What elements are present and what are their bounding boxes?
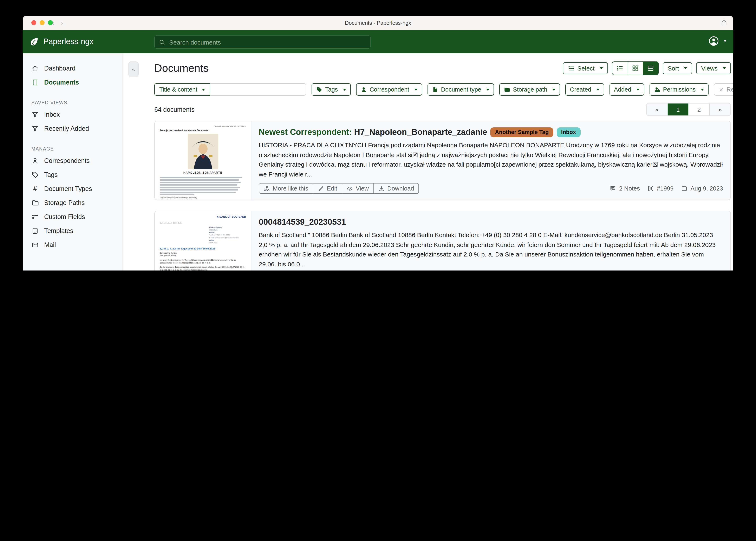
tag-filled-icon (316, 86, 322, 93)
sidebar-item-templates[interactable]: Templates (23, 224, 123, 238)
list-view-button[interactable] (612, 62, 627, 75)
sidebar-item-recently-added[interactable]: Recently Added (23, 122, 123, 136)
select-button[interactable]: Select (563, 62, 608, 74)
views-button[interactable]: Views (696, 62, 731, 74)
share-icon[interactable] (721, 19, 728, 26)
thumbnail-area: ✳ BANK OF SCOTLAND Bank of Scotland · 10… (155, 211, 251, 271)
main-content: « Documents SelectSortViews Title & cont… (123, 53, 733, 270)
chevron-down-icon (599, 67, 603, 69)
calendar-icon (681, 185, 688, 192)
custom-fields-icon (31, 213, 39, 221)
view-button[interactable]: View (342, 183, 374, 194)
hash-icon: # (31, 185, 39, 193)
sidebar-collapse-button[interactable]: « (128, 61, 139, 77)
sidebar-item-inbox[interactable]: Inbox (23, 108, 123, 122)
funnel-icon (31, 125, 39, 132)
x-icon (718, 87, 724, 92)
traffic-lights (31, 16, 53, 30)
sidebar-item-document-types[interactable]: #Document Types (23, 182, 123, 196)
sidebar-item-label: Correspondents (44, 157, 90, 165)
sidebar-item-label: Recently Added (44, 125, 89, 132)
screen: ‹ › Documents - Paperless-ngx (0, 0, 756, 270)
filter-text-input[interactable] (210, 83, 306, 96)
tag-icon (31, 171, 39, 179)
card-title-text[interactable]: H7_Napoleon_Bonaparte_zadanie (354, 127, 487, 137)
filter-correspondent-button[interactable]: Correspondent (356, 83, 422, 96)
pagination-page-2[interactable]: 2 (688, 104, 709, 116)
document-thumbnail[interactable]: HISTORIA - PRACA DLA CHĘTNYCHFrancja pod… (155, 121, 251, 200)
reset-filters-label: Reset filters (726, 86, 733, 93)
mail-icon (31, 241, 39, 249)
filter-label: Document type (441, 86, 481, 93)
back-icon[interactable]: ‹ (52, 19, 54, 26)
minimize-window-button[interactable] (40, 20, 45, 25)
filter-mode-dropdown[interactable]: Title & content (154, 83, 210, 96)
template-icon (31, 227, 39, 235)
napoleon-portrait (188, 134, 218, 169)
edit-button[interactable]: Edit (313, 183, 342, 194)
sidebar-item-mail[interactable]: Mail (23, 238, 123, 252)
edit-icon (318, 186, 324, 192)
filter-tags-button[interactable]: Tags (312, 83, 351, 96)
document-thumbnail[interactable]: ✳ BANK OF SCOTLAND Bank of Scotland · 10… (155, 211, 251, 271)
chevron-down-icon (723, 67, 726, 69)
notes-icon (610, 185, 616, 192)
more-like-this-button[interactable]: More like this (259, 183, 313, 194)
action-label: Edit (327, 185, 337, 192)
sidebar-item-dashboard[interactable]: Dashboard (23, 61, 123, 76)
filter-storage-path-button[interactable]: Storage path (499, 83, 560, 96)
history-arrows: ‹ › (52, 16, 63, 30)
pagination-page-1[interactable]: 1 (667, 104, 688, 116)
chevron-down-icon (723, 40, 727, 42)
filter-created-button[interactable]: Created (565, 83, 604, 96)
pagination-first[interactable]: « (647, 104, 667, 116)
sort-label: Sort (667, 65, 679, 72)
sidebar-spacer (23, 252, 123, 270)
pagination: «12» (646, 103, 731, 116)
person-filled-icon (360, 86, 367, 93)
cards-view-button[interactable] (643, 62, 658, 75)
sidebar-item-label: Inbox (44, 111, 60, 118)
sidebar-item-documents[interactable]: Documents (23, 76, 123, 90)
funnel-icon (31, 111, 39, 118)
close-window-button[interactable] (31, 20, 36, 25)
download-button[interactable]: Download (373, 183, 419, 194)
grid-view-button[interactable] (627, 62, 643, 75)
action-label: More like this (273, 185, 308, 192)
search-input[interactable] (168, 38, 366, 46)
sidebar-item-tags[interactable]: Tags (23, 168, 123, 182)
person-icon (31, 157, 39, 165)
tag-badge[interactable]: Inbox (557, 127, 581, 137)
cards-view-icon (647, 65, 654, 72)
chevron-down-icon (414, 89, 417, 91)
reset-filters-button[interactable]: Reset filters (714, 83, 733, 96)
filter-added-button[interactable]: Added (609, 83, 644, 96)
document-card: ✳ BANK OF SCOTLAND Bank of Scotland · 10… (154, 211, 731, 271)
sidebar-item-label: Templates (44, 227, 73, 235)
sort-button[interactable]: Sort (663, 62, 692, 74)
app-navbar: Paperless-ngx (23, 30, 733, 53)
filter-label: Added (614, 86, 631, 93)
card-correspondent[interactable]: Newest Correspondent: (259, 127, 352, 137)
app-brand[interactable]: Paperless-ngx (23, 37, 93, 47)
grid-view-icon (632, 65, 639, 72)
filter-permissions-button[interactable]: Permissions (649, 83, 708, 96)
sidebar-item-custom-fields[interactable]: Custom Fields (23, 210, 123, 224)
card-content-preview: HISTORIA - PRACA DLA CH☒TNYCH Francja po… (259, 140, 723, 179)
document-list: HISTORIA - PRACA DLA CHĘTNYCHFrancja pod… (154, 121, 731, 270)
document-count: 64 documents (154, 106, 195, 113)
sidebar-item-correspondents[interactable]: Correspondents (23, 154, 123, 168)
pagination-last[interactable]: » (709, 104, 730, 116)
global-search[interactable] (154, 35, 371, 49)
tag-badge[interactable]: Another Sample Tag (490, 127, 553, 137)
card-title-text[interactable]: 0004814539_20230531 (259, 218, 346, 227)
filter-toolbar: Title & content TagsCorrespondentDocumen… (154, 83, 731, 96)
forward-icon[interactable]: › (61, 19, 63, 26)
filter-document-type-button[interactable]: Document type (427, 83, 494, 96)
zoom-window-button[interactable] (48, 20, 53, 25)
sidebar-item-storage-paths[interactable]: Storage Paths (23, 196, 123, 210)
user-menu[interactable] (708, 35, 727, 47)
card-meta: 2 Notes#1999Aug 9, 2023 (610, 185, 723, 192)
user-avatar-icon (708, 35, 719, 47)
title-content-filter: Title & content (154, 83, 306, 96)
